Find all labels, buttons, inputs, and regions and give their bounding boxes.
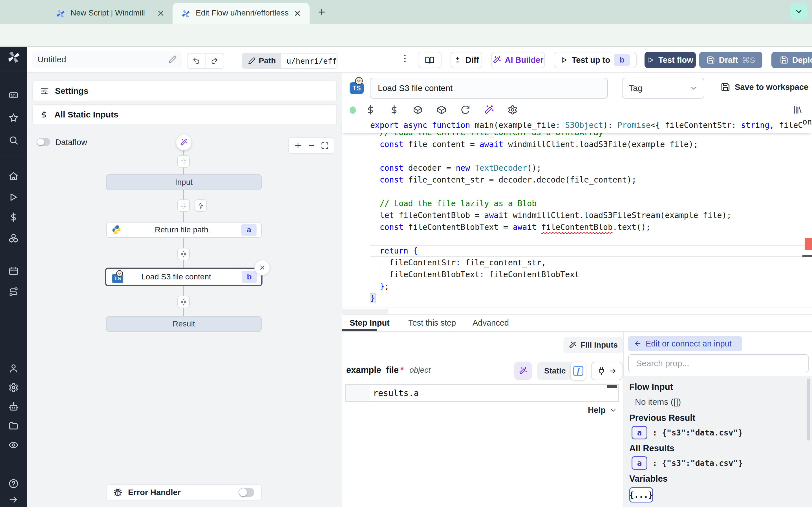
- sidebar-item-favorites-icon[interactable]: [8, 113, 18, 123]
- prop-picker-scrollbar[interactable]: [807, 379, 810, 441]
- add-step-button-3[interactable]: [177, 296, 190, 308]
- cross-plus-icon: [180, 251, 187, 258]
- error-handler-toggle[interactable]: [239, 488, 254, 497]
- error-handler-row[interactable]: Error Handler: [106, 484, 262, 501]
- previous-result-row[interactable]: a : {"s3":"data.csv"}: [631, 426, 743, 439]
- sidebar-expand-arrow-icon[interactable]: [8, 495, 18, 505]
- result-value[interactable]: : {"s3":"data.csv"}: [652, 428, 743, 438]
- more-options-kebab-icon[interactable]: [400, 54, 410, 64]
- test-flow-button[interactable]: Test flow: [645, 52, 696, 68]
- add-step-button-1[interactable]: [177, 200, 190, 212]
- arg-ai-wand-button[interactable]: [514, 362, 532, 380]
- close-tab-icon[interactable]: [156, 9, 165, 17]
- path-label-segment[interactable]: Path: [243, 54, 282, 68]
- editor-settings-gear-icon[interactable]: [507, 105, 518, 115]
- flow-node-result[interactable]: Result: [106, 316, 262, 332]
- sidebar-item-schedules-icon[interactable]: [8, 266, 18, 276]
- tag-select-value: Tag: [629, 83, 642, 93]
- sidebar-item-folders-icon[interactable]: [8, 420, 18, 431]
- sidebar-item-variables-icon[interactable]: [8, 212, 18, 222]
- dataflow-toggle[interactable]: [37, 138, 50, 146]
- expr-editor[interactable]: results.a: [345, 384, 619, 402]
- save-icon: [721, 82, 730, 92]
- result-key-badge[interactable]: a: [631, 426, 647, 439]
- reload-icon[interactable]: [460, 105, 470, 115]
- all-results-row[interactable]: a : {"s3":"data.csv"}: [631, 456, 743, 470]
- zoom-out-icon[interactable]: [307, 142, 316, 150]
- docs-button[interactable]: [418, 52, 442, 68]
- sidebar-item-audit-logs-icon[interactable]: [8, 440, 18, 450]
- chevron-down-icon: [610, 407, 617, 414]
- connect-input-button[interactable]: [591, 362, 623, 380]
- sidebar-item-apps-icon[interactable]: [8, 90, 18, 100]
- flow-node-input[interactable]: Input: [106, 174, 262, 190]
- add-step-button-top[interactable]: [177, 155, 190, 168]
- horizontal-scrollbar-thumb[interactable]: [342, 309, 389, 314]
- close-icon: [259, 264, 266, 271]
- variables-icon[interactable]: [365, 105, 375, 115]
- code-editor[interactable]: // Load the entire file_content as a Uin…: [342, 120, 812, 307]
- sidebar-item-routes-icon[interactable]: [8, 287, 18, 297]
- draft-button[interactable]: Draft ⌘S: [699, 52, 762, 68]
- redo-button[interactable]: [206, 54, 223, 68]
- resources-dollar-icon[interactable]: [389, 105, 399, 115]
- bun-face-icon: [116, 270, 123, 277]
- fill-inputs-button[interactable]: Fill inputs: [563, 337, 623, 353]
- flow-node-step-a[interactable]: Return file path a: [106, 222, 262, 238]
- sidebar-item-users-icon[interactable]: [8, 363, 18, 374]
- sidebar-item-workers-icon[interactable]: [8, 402, 18, 412]
- flow-name-field[interactable]: Untitled: [33, 51, 182, 68]
- edit-or-connect-button[interactable]: Edit or connect an input: [628, 336, 742, 351]
- diff-button[interactable]: Diff: [451, 52, 482, 68]
- close-tab-icon[interactable]: [293, 9, 302, 17]
- zoom-in-icon[interactable]: [294, 142, 302, 150]
- windmill-logo[interactable]: [7, 50, 21, 64]
- result-value[interactable]: : {"s3":"data.csv"}: [652, 459, 743, 468]
- step-name-input[interactable]: Load S3 file content: [370, 78, 608, 99]
- javascript-expr-mode-button[interactable]: f: [571, 362, 586, 380]
- ai-assistant-wand-icon[interactable]: [484, 105, 494, 115]
- sidebar-item-help-icon[interactable]: [8, 478, 18, 489]
- variables-object-badge[interactable]: {...}: [629, 487, 653, 503]
- fit-view-icon[interactable]: [321, 142, 329, 150]
- tab-advanced[interactable]: Advanced: [472, 318, 509, 328]
- tab-test-this-step[interactable]: Test this step: [408, 318, 456, 328]
- tag-select[interactable]: Tag: [622, 78, 704, 99]
- flow-settings-button[interactable]: Settings: [33, 80, 337, 101]
- browser-tab-edit-flow[interactable]: Edit Flow u/henri/effortless_fl: [172, 3, 310, 24]
- flow-node-step-b-selected[interactable]: TS Load S3 file content b: [105, 268, 262, 286]
- ai-builder-button[interactable]: AI Builder: [491, 52, 545, 68]
- add-step-button-2[interactable]: [177, 248, 190, 260]
- package-icon[interactable]: [413, 105, 423, 115]
- undo-button[interactable]: [188, 54, 206, 68]
- ai-flow-builder-button[interactable]: [176, 135, 192, 150]
- static-mode-label[interactable]: Static: [544, 367, 566, 376]
- scrollbar-cursor-marker[interactable]: [802, 255, 812, 257]
- deploy-button[interactable]: Deploy: [771, 52, 812, 68]
- sidebar-item-runs-icon[interactable]: [8, 192, 18, 202]
- sidebar-item-search-icon[interactable]: [8, 135, 18, 145]
- add-trigger-button[interactable]: [195, 200, 207, 212]
- play-icon: [560, 56, 568, 64]
- library-icon[interactable]: [793, 105, 803, 115]
- new-tab-icon[interactable]: [317, 7, 326, 17]
- tab-step-input[interactable]: Step Input: [350, 318, 390, 328]
- all-static-inputs-button[interactable]: All Static Inputs: [33, 104, 337, 125]
- result-key-badge[interactable]: a: [631, 456, 647, 470]
- help-link[interactable]: Help: [588, 406, 617, 415]
- search-prop-input[interactable]: Search prop...: [628, 354, 809, 372]
- browser-tab-new-script[interactable]: New Script | Windmill: [48, 3, 172, 24]
- editor-bottom-divider: [342, 307, 812, 308]
- save-to-workspace-button[interactable]: Save to workspace: [721, 82, 808, 92]
- test-up-to-button[interactable]: Test up to b: [554, 52, 637, 68]
- path-chip[interactable]: Path u/henri/eff: [242, 53, 338, 69]
- pencil-icon[interactable]: [168, 55, 177, 64]
- expr-scrollbar-thumb[interactable]: [607, 385, 617, 388]
- package-icon[interactable]: [437, 105, 447, 115]
- remove-step-button[interactable]: [254, 260, 270, 276]
- bolt-icon: [197, 202, 204, 209]
- sidebar-item-settings-icon[interactable]: [8, 383, 18, 393]
- search-tabs-button[interactable]: [790, 3, 808, 20]
- sidebar-item-home-icon[interactable]: [8, 171, 18, 181]
- sidebar-item-resources-icon[interactable]: [8, 233, 18, 243]
